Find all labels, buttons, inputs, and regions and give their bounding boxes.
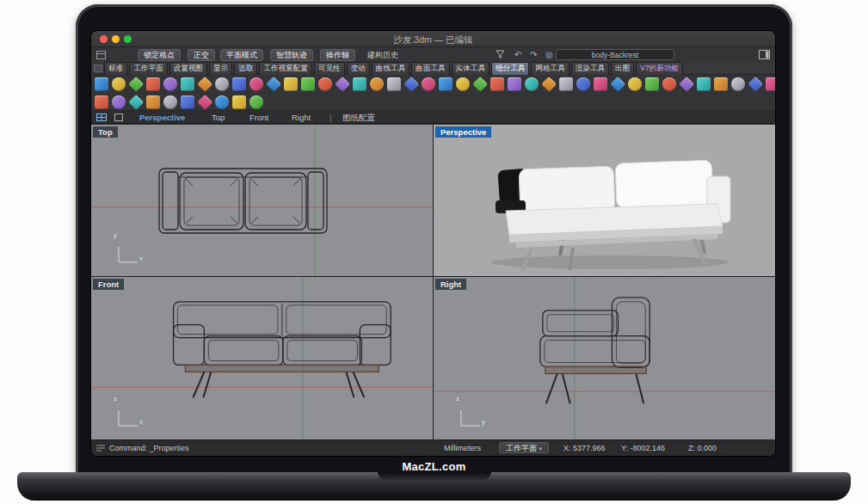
tool-icon[interactable] [508,77,521,91]
tool-icon[interactable] [249,95,263,109]
cplane-dropdown[interactable]: 工作平面 ▾ [499,442,549,453]
viewport-perspective[interactable]: Perspective [434,125,775,276]
tool-icon[interactable] [284,77,298,91]
viewport-grid-icon[interactable] [96,114,107,121]
tool-icon[interactable] [146,95,160,109]
tab-curve-tools[interactable]: 曲线工具 [372,62,409,76]
record-icon[interactable]: ◎ [545,50,553,60]
tab-select[interactable]: 选取 [234,62,257,76]
tool-icon[interactable] [439,77,452,91]
tab-render-tools[interactable]: 渲染工具 [571,62,609,76]
viewport-label-perspective[interactable]: Perspective [435,126,491,138]
tool-icon[interactable] [249,77,263,91]
tool-icon[interactable] [679,77,694,92]
tool-icon[interactable] [112,95,126,109]
tool-icon[interactable] [422,77,435,91]
tool-icon[interactable] [266,77,281,92]
tab-display[interactable]: 显示 [209,62,232,76]
viewport-label-front[interactable]: Front [93,279,124,290]
viewport-right[interactable]: Right z y [434,277,775,439]
axis-indicator-front: z x [112,396,141,427]
history-toggle[interactable]: 建构历史 [361,49,404,61]
tool-icon[interactable] [766,77,775,91]
tool-icon[interactable] [370,77,384,91]
tool-icon[interactable] [95,95,108,109]
tool-icon[interactable] [128,77,144,92]
tab-new-in-v7[interactable]: V7的新功能 [636,62,683,76]
gumball-toggle[interactable]: 操作轴 [320,49,355,61]
tool-icon[interactable] [181,77,194,91]
viewport-tab-perspective[interactable]: Perspective [139,113,185,122]
panel-toggle-icon[interactable] [759,50,770,59]
tool-icon[interactable] [163,77,177,91]
ortho-toggle[interactable]: 正交 [188,49,215,61]
tab-surface-tools[interactable]: 曲面工具 [411,62,449,76]
tab-standard[interactable]: 标准 [104,62,127,76]
viewport-tab-top[interactable]: Top [212,113,225,122]
tool-icon[interactable] [731,77,745,91]
viewport-tab-front[interactable]: Front [249,113,268,122]
tool-icon[interactable] [232,95,246,109]
tool-icon[interactable] [403,77,419,92]
viewport-tab-layout[interactable]: 图纸配置 [342,113,375,124]
command-line[interactable]: Command: _Properties [109,444,189,452]
command-list-icon [96,445,105,452]
tool-icon[interactable] [215,77,229,91]
tool-icon[interactable] [318,77,332,91]
tab-cplane[interactable]: 工作平面 [129,62,167,76]
tool-icon[interactable] [559,77,573,91]
viewport-front[interactable]: Front z x [91,277,433,439]
tool-icon[interactable] [353,77,366,91]
tool-icon[interactable] [697,77,711,91]
tool-icon[interactable] [714,77,728,91]
viewport-tab-right[interactable]: Right [292,113,311,122]
tool-icon[interactable] [490,77,504,91]
tool-icon[interactable] [112,77,126,91]
tool-icon[interactable] [456,77,470,91]
tool-icon[interactable] [610,77,625,92]
tool-icon[interactable] [645,77,659,91]
tool-icon[interactable] [628,77,642,91]
planar-toggle[interactable]: 平面模式 [220,49,263,61]
tool-icon[interactable] [301,77,315,91]
viewport-top[interactable]: Top y x [91,125,433,276]
tool-icon[interactable] [163,95,177,109]
viewport-single-icon[interactable] [114,114,123,121]
tab-solid-tools[interactable]: 实体工具 [452,62,489,76]
filter-icon[interactable] [496,50,505,59]
units-label[interactable]: Millimeters [444,444,481,452]
tool-icon[interactable] [594,77,607,91]
tool-icon[interactable] [387,77,401,91]
grid-snap-toggle[interactable]: 锁定格点 [138,49,181,61]
tab-subd-tools[interactable]: 细分工具 [491,62,529,76]
tab-visibility[interactable]: 可见性 [314,62,345,76]
tool-icon[interactable] [146,77,160,91]
tool-icon[interactable] [576,77,590,91]
tool-icon[interactable] [748,77,763,92]
tool-icon[interactable] [472,77,488,92]
tab-viewport-layout[interactable]: 工作视窗配置 [259,62,312,76]
tool-icon[interactable] [232,77,246,91]
tab-transform[interactable]: 变动 [347,62,370,76]
tool-icon[interactable] [335,77,350,92]
tool-icon[interactable] [662,77,676,91]
tool-icon[interactable] [525,77,539,91]
tool-icon[interactable] [197,77,212,92]
tool-icon[interactable] [215,95,229,109]
tool-icon[interactable] [541,77,557,92]
redo-icon[interactable]: ↷ [530,50,537,60]
watermark: MacZL.com [0,460,868,473]
tool-icon[interactable] [128,94,144,109]
tab-mesh-tools[interactable]: 网格工具 [531,62,569,76]
tool-icon[interactable] [181,95,194,109]
undo-icon[interactable]: ↶ [514,50,521,60]
viewport-label-right[interactable]: Right [435,279,466,290]
smarttrack-toggle[interactable]: 智慧轨迹 [270,49,313,61]
viewport-label-top[interactable]: Top [93,126,118,138]
tool-icon[interactable] [95,77,108,91]
tool-icon[interactable] [197,94,212,109]
tab-drafting[interactable]: 出图 [611,62,634,76]
search-input[interactable] [556,49,674,60]
tab-set-view[interactable]: 设置视图 [169,62,207,76]
coordinate-x: X: 5377.966 [563,444,606,452]
